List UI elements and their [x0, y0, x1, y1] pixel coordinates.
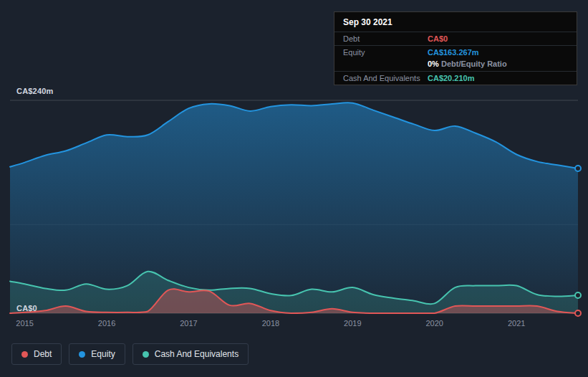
x-tick-label: 2018 — [262, 319, 279, 328]
y-axis-label-top: CA$240m — [16, 87, 54, 95]
debt-equity-chart-page: 2015201620172018201920202021 CA$240m CA$… — [0, 0, 588, 377]
x-tick-label: 2015 — [16, 319, 33, 328]
chart-legend: Debt Equity Cash And Equivalents — [11, 343, 249, 365]
tooltip-cash-value: CA$20.210m — [428, 74, 474, 82]
legend-debt-label: Debt — [34, 349, 52, 359]
x-tick-label: 2016 — [98, 319, 115, 328]
legend-item-cash[interactable]: Cash And Equivalents — [132, 343, 249, 365]
legend-item-debt[interactable]: Debt — [11, 343, 62, 365]
debt-end-marker[interactable] — [575, 310, 581, 316]
equity-legend-dot-icon — [79, 351, 85, 358]
x-tick-label: 2019 — [344, 319, 361, 328]
tooltip-ratio-label: Debt/Equity Ratio — [441, 59, 507, 68]
tooltip-row-equity: Equity CA$163.267m — [334, 45, 577, 59]
legend-equity-label: Equity — [91, 349, 115, 359]
tooltip-debt-value: CA$0 — [428, 34, 448, 43]
tooltip-equity-value: CA$163.267m — [428, 48, 479, 57]
y-axis-label-bottom: CA$0 — [16, 304, 37, 312]
tooltip-row-ratio: 0% Debt/Equity Ratio — [334, 59, 577, 71]
debt-legend-dot-icon — [21, 351, 28, 358]
tooltip-equity-label: Equity — [343, 48, 428, 57]
tooltip-ratio: 0% Debt/Equity Ratio — [428, 59, 507, 68]
chart-tooltip: Sep 30 2021 Debt CA$0 Equity CA$163.267m… — [334, 11, 577, 85]
x-tick-label: 2021 — [508, 319, 525, 328]
tooltip-ratio-value: 0% — [428, 59, 439, 68]
tooltip-date: Sep 30 2021 — [334, 12, 577, 32]
tooltip-row-cash: Cash And Equivalents CA$20.210m — [334, 71, 577, 85]
tooltip-cash-label: Cash And Equivalents — [343, 74, 428, 82]
tooltip-row-debt: Debt CA$0 — [334, 32, 577, 45]
legend-cash-label: Cash And Equivalents — [155, 349, 238, 359]
x-tick-label: 2017 — [180, 319, 197, 328]
equity-area — [10, 102, 578, 313]
legend-item-equity[interactable]: Equity — [69, 343, 125, 365]
tooltip-debt-label: Debt — [343, 34, 428, 43]
cash-and-equivalents-end-marker[interactable] — [575, 292, 581, 298]
cash-legend-dot-icon — [143, 351, 149, 358]
equity-end-marker[interactable] — [575, 166, 581, 171]
x-tick-label: 2020 — [426, 319, 443, 328]
